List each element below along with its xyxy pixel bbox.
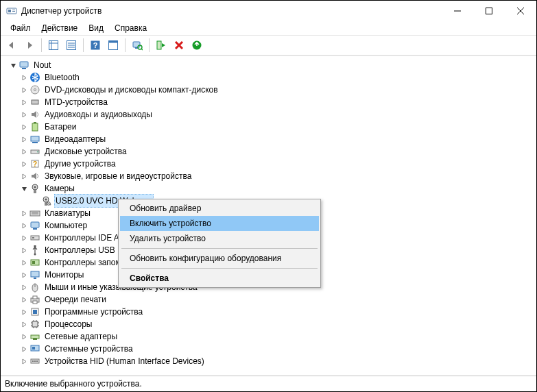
tree-label: Компьютер [43, 219, 88, 232]
svg-text:?: ? [33, 160, 37, 168]
no-expander [31, 197, 39, 205]
chevron-right-icon[interactable] [20, 271, 28, 279]
menu-action[interactable]: Действие [36, 22, 84, 34]
tree-label: MTD-устройства [43, 96, 109, 108]
svg-rect-19 [133, 42, 140, 47]
tree-root[interactable]: Nout [6, 59, 536, 71]
svg-rect-2 [12, 10, 15, 10]
toolbar-console-button[interactable] [105, 37, 121, 53]
svg-point-45 [45, 199, 47, 201]
tree-item-dvd[interactable]: DVD-дисководы и дисководы компакт-дисков [6, 84, 536, 96]
svg-rect-33 [32, 123, 38, 131]
toolbar-properties-button[interactable] [63, 37, 80, 53]
app-icon [6, 5, 17, 16]
toolbar-help-button[interactable]: ? [87, 37, 104, 53]
toolbar-separator [149, 38, 150, 52]
svg-point-55 [34, 254, 36, 256]
tree-label: Nout [32, 59, 52, 71]
svg-rect-34 [34, 122, 36, 123]
bluetooth-icon [29, 72, 40, 83]
chevron-right-icon[interactable] [20, 283, 28, 291]
tree-item-hid[interactable]: Устройства HID (Human Interface Devices) [6, 355, 536, 367]
context-update-driver[interactable]: Обновить драйвер [120, 201, 319, 216]
toolbar-uninstall-button[interactable] [171, 37, 187, 53]
menu-file[interactable]: Файл [5, 22, 36, 34]
toolbar-scan-button[interactable] [129, 37, 145, 53]
computer-icon [19, 60, 29, 71]
tree-item-battery[interactable]: Батареи [6, 121, 536, 133]
chevron-down-icon[interactable] [9, 61, 17, 69]
tree-label: Программные устройства [43, 306, 144, 318]
toolbar-enable-button[interactable] [153, 37, 169, 53]
chevron-down-icon[interactable] [20, 184, 28, 193]
svg-rect-58 [32, 261, 35, 264]
chevron-right-icon[interactable] [20, 172, 28, 180]
context-enable-device[interactable]: Включить устройство [120, 216, 319, 231]
tree-item-processors[interactable]: Процессоры [6, 318, 536, 330]
tree-label: Bluetooth [43, 71, 81, 84]
tree-item-disk[interactable]: Дисковые устройства [6, 145, 536, 158]
chevron-right-icon[interactable] [20, 345, 28, 353]
usb-icon [29, 245, 40, 256]
chevron-right-icon[interactable] [20, 98, 28, 106]
camera-icon [40, 195, 51, 206]
chevron-right-icon[interactable] [20, 73, 28, 82]
toolbar-show-hidden-button[interactable] [45, 37, 62, 53]
minimize-button[interactable] [442, 1, 473, 21]
tree-item-sound[interactable]: Звуковые, игровые и видеоустройства [6, 170, 536, 182]
tree-item-system[interactable]: Системные устройства [6, 343, 536, 355]
tree-item-audio[interactable]: Аудиовходы и аудиовыходы [6, 108, 536, 121]
toolbar-forward-button[interactable] [21, 37, 38, 53]
chevron-right-icon[interactable] [20, 295, 28, 304]
chevron-right-icon[interactable] [20, 123, 28, 131]
chevron-right-icon[interactable] [20, 234, 28, 242]
chevron-right-icon[interactable] [20, 308, 28, 316]
svg-rect-68 [32, 321, 38, 327]
context-update-config[interactable]: Обновить конфигурацию оборудования [120, 251, 319, 266]
svg-rect-51 [31, 222, 39, 228]
speaker-icon [29, 109, 40, 120]
network-icon [29, 331, 40, 342]
chevron-right-icon[interactable] [20, 320, 28, 328]
chevron-right-icon[interactable] [20, 147, 28, 156]
menu-view[interactable]: Вид [83, 22, 109, 34]
tree-label: DVD-дисководы и дисководы компакт-дисков [43, 84, 219, 96]
svg-rect-43 [34, 190, 36, 193]
chevron-right-icon[interactable] [20, 258, 28, 267]
system-icon [29, 343, 40, 354]
tree-item-video[interactable]: Видеоадаптеры [6, 133, 536, 145]
maximize-button[interactable] [473, 1, 505, 21]
svg-rect-28 [22, 68, 26, 69]
chevron-right-icon[interactable] [20, 135, 28, 143]
context-delete-device[interactable]: Удалить устройство [120, 231, 319, 246]
toolbar-back-button[interactable] [3, 37, 20, 53]
context-separator [121, 248, 318, 249]
toolbar-update-button[interactable] [189, 37, 205, 53]
tree-label: Системные устройства [43, 343, 134, 355]
tree-content: Nout Bluetooth DVD-дисководы и дисководы… [1, 56, 536, 376]
tree-item-other[interactable]: ? Другие устройства [6, 158, 536, 170]
tree-item-bluetooth[interactable]: Bluetooth [6, 71, 536, 84]
chevron-right-icon[interactable] [20, 86, 28, 94]
tree-item-print-queues[interactable]: Очереди печати [6, 293, 536, 306]
disc-icon [29, 84, 40, 95]
svg-rect-67 [33, 310, 37, 314]
chevron-right-icon[interactable] [20, 110, 28, 119]
tree-item-mtd[interactable]: MTD-устройства [6, 96, 536, 108]
menu-help[interactable]: Справка [109, 22, 152, 34]
svg-rect-80 [32, 347, 35, 350]
toolbar-separator [83, 38, 84, 52]
chevron-right-icon[interactable] [20, 357, 28, 365]
context-properties[interactable]: Свойства [120, 271, 319, 286]
svg-rect-27 [20, 62, 28, 67]
chevron-right-icon[interactable] [20, 209, 28, 217]
tree-label: Другие устройства [43, 158, 117, 170]
tree-item-software-devices[interactable]: Программные устройства [6, 306, 536, 318]
chevron-right-icon[interactable] [20, 246, 28, 254]
tree-item-network[interactable]: Сетевые адаптеры [6, 330, 536, 343]
chevron-right-icon[interactable] [20, 332, 28, 341]
close-button[interactable] [505, 1, 536, 21]
chevron-right-icon[interactable] [20, 221, 28, 230]
tree-item-cameras[interactable]: Камеры [6, 182, 536, 195]
chevron-right-icon[interactable] [20, 160, 28, 168]
